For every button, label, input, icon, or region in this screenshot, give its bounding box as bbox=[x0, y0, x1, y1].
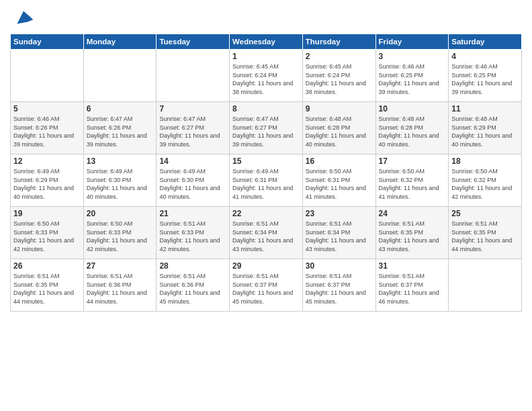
day-number: 6 bbox=[87, 104, 154, 113]
calendar-cell: 20Sunrise: 6:50 AM Sunset: 6:33 PM Dayli… bbox=[83, 207, 157, 259]
calendar-week-row: 26Sunrise: 6:51 AM Sunset: 6:35 PM Dayli… bbox=[11, 259, 522, 312]
calendar-cell: 25Sunrise: 6:51 AM Sunset: 6:35 PM Dayli… bbox=[449, 207, 522, 259]
day-number: 20 bbox=[87, 209, 154, 218]
day-info: Sunrise: 6:46 AM Sunset: 6:25 PM Dayligh… bbox=[379, 62, 446, 96]
calendar-cell: 28Sunrise: 6:51 AM Sunset: 6:36 PM Dayli… bbox=[157, 259, 230, 312]
logo-icon bbox=[13, 7, 34, 28]
calendar-cell: 5Sunrise: 6:46 AM Sunset: 6:26 PM Daylig… bbox=[11, 102, 84, 154]
day-info: Sunrise: 6:51 AM Sunset: 6:36 PM Dayligh… bbox=[159, 272, 226, 306]
col-header-thursday: Thursday bbox=[302, 34, 375, 50]
col-header-tuesday: Tuesday bbox=[157, 34, 230, 50]
day-number: 11 bbox=[451, 104, 519, 113]
calendar-cell: 10Sunrise: 6:48 AM Sunset: 6:28 PM Dayli… bbox=[375, 102, 449, 154]
day-number: 17 bbox=[379, 156, 446, 166]
calendar-cell: 12Sunrise: 6:49 AM Sunset: 6:29 PM Dayli… bbox=[11, 154, 84, 207]
day-info: Sunrise: 6:51 AM Sunset: 6:37 PM Dayligh… bbox=[379, 272, 446, 306]
calendar-cell: 7Sunrise: 6:47 AM Sunset: 6:27 PM Daylig… bbox=[157, 102, 230, 154]
calendar-cell: 6Sunrise: 6:47 AM Sunset: 6:26 PM Daylig… bbox=[83, 102, 157, 154]
calendar-cell: 8Sunrise: 6:47 AM Sunset: 6:27 PM Daylig… bbox=[230, 102, 303, 154]
calendar-week-row: 5Sunrise: 6:46 AM Sunset: 6:26 PM Daylig… bbox=[11, 102, 522, 154]
day-info: Sunrise: 6:49 AM Sunset: 6:30 PM Dayligh… bbox=[159, 167, 226, 201]
day-info: Sunrise: 6:50 AM Sunset: 6:32 PM Dayligh… bbox=[451, 167, 519, 201]
day-number: 21 bbox=[159, 209, 226, 218]
calendar-cell: 15Sunrise: 6:49 AM Sunset: 6:31 PM Dayli… bbox=[230, 154, 303, 207]
day-number: 12 bbox=[13, 156, 81, 166]
calendar-cell bbox=[11, 50, 84, 102]
calendar-cell: 18Sunrise: 6:50 AM Sunset: 6:32 PM Dayli… bbox=[449, 154, 522, 207]
day-number: 13 bbox=[87, 156, 154, 166]
col-header-saturday: Saturday bbox=[449, 34, 522, 50]
day-number: 4 bbox=[451, 52, 519, 61]
day-info: Sunrise: 6:48 AM Sunset: 6:29 PM Dayligh… bbox=[451, 115, 519, 148]
day-info: Sunrise: 6:51 AM Sunset: 6:35 PM Dayligh… bbox=[451, 220, 519, 253]
col-header-sunday: Sunday bbox=[11, 34, 84, 50]
day-info: Sunrise: 6:51 AM Sunset: 6:37 PM Dayligh… bbox=[306, 272, 373, 306]
calendar-cell: 29Sunrise: 6:51 AM Sunset: 6:37 PM Dayli… bbox=[230, 259, 303, 312]
day-info: Sunrise: 6:48 AM Sunset: 6:28 PM Dayligh… bbox=[379, 115, 446, 148]
day-info: Sunrise: 6:47 AM Sunset: 6:27 PM Dayligh… bbox=[159, 115, 226, 148]
calendar-cell: 1Sunrise: 6:45 AM Sunset: 6:24 PM Daylig… bbox=[230, 50, 303, 102]
day-info: Sunrise: 6:46 AM Sunset: 6:25 PM Dayligh… bbox=[451, 62, 519, 96]
day-info: Sunrise: 6:46 AM Sunset: 6:26 PM Dayligh… bbox=[13, 115, 81, 148]
day-info: Sunrise: 6:48 AM Sunset: 6:28 PM Dayligh… bbox=[306, 115, 373, 148]
day-number: 3 bbox=[379, 52, 446, 61]
day-info: Sunrise: 6:49 AM Sunset: 6:31 PM Dayligh… bbox=[232, 167, 300, 201]
calendar-cell: 11Sunrise: 6:48 AM Sunset: 6:29 PM Dayli… bbox=[449, 102, 522, 154]
day-number: 24 bbox=[379, 209, 446, 218]
day-info: Sunrise: 6:51 AM Sunset: 6:34 PM Dayligh… bbox=[306, 220, 373, 253]
day-info: Sunrise: 6:45 AM Sunset: 6:24 PM Dayligh… bbox=[232, 62, 300, 96]
header bbox=[10, 7, 522, 28]
col-header-friday: Friday bbox=[375, 34, 449, 50]
calendar-cell: 4Sunrise: 6:46 AM Sunset: 6:25 PM Daylig… bbox=[449, 50, 522, 102]
day-number: 2 bbox=[306, 52, 373, 61]
logo bbox=[10, 7, 34, 28]
day-info: Sunrise: 6:49 AM Sunset: 6:30 PM Dayligh… bbox=[87, 167, 154, 201]
day-number: 9 bbox=[306, 104, 373, 113]
day-info: Sunrise: 6:51 AM Sunset: 6:35 PM Dayligh… bbox=[13, 272, 81, 306]
day-number: 5 bbox=[13, 104, 81, 113]
calendar-cell: 21Sunrise: 6:51 AM Sunset: 6:33 PM Dayli… bbox=[157, 207, 230, 259]
calendar-cell bbox=[83, 50, 157, 102]
calendar-cell bbox=[157, 50, 230, 102]
day-number: 23 bbox=[306, 209, 373, 218]
calendar-cell bbox=[449, 259, 522, 312]
day-info: Sunrise: 6:50 AM Sunset: 6:33 PM Dayligh… bbox=[87, 220, 154, 253]
day-number: 18 bbox=[451, 156, 519, 166]
day-number: 19 bbox=[13, 209, 81, 218]
day-number: 7 bbox=[159, 104, 226, 113]
day-info: Sunrise: 6:50 AM Sunset: 6:31 PM Dayligh… bbox=[306, 167, 373, 201]
day-number: 1 bbox=[232, 52, 300, 61]
calendar-cell: 17Sunrise: 6:50 AM Sunset: 6:32 PM Dayli… bbox=[375, 154, 449, 207]
calendar-cell: 26Sunrise: 6:51 AM Sunset: 6:35 PM Dayli… bbox=[11, 259, 84, 312]
calendar-cell: 14Sunrise: 6:49 AM Sunset: 6:30 PM Dayli… bbox=[157, 154, 230, 207]
calendar-table: SundayMondayTuesdayWednesdayThursdayFrid… bbox=[10, 34, 522, 312]
day-info: Sunrise: 6:47 AM Sunset: 6:26 PM Dayligh… bbox=[87, 115, 154, 148]
calendar-week-row: 12Sunrise: 6:49 AM Sunset: 6:29 PM Dayli… bbox=[11, 154, 522, 207]
day-number: 10 bbox=[379, 104, 446, 113]
day-info: Sunrise: 6:51 AM Sunset: 6:34 PM Dayligh… bbox=[232, 220, 300, 253]
calendar-cell: 27Sunrise: 6:51 AM Sunset: 6:36 PM Dayli… bbox=[83, 259, 157, 312]
calendar-week-row: 1Sunrise: 6:45 AM Sunset: 6:24 PM Daylig… bbox=[11, 50, 522, 102]
col-header-monday: Monday bbox=[83, 34, 157, 50]
calendar-cell: 2Sunrise: 6:45 AM Sunset: 6:24 PM Daylig… bbox=[302, 50, 375, 102]
calendar-cell: 30Sunrise: 6:51 AM Sunset: 6:37 PM Dayli… bbox=[302, 259, 375, 312]
day-info: Sunrise: 6:51 AM Sunset: 6:35 PM Dayligh… bbox=[379, 220, 446, 253]
day-info: Sunrise: 6:47 AM Sunset: 6:27 PM Dayligh… bbox=[232, 115, 300, 148]
day-info: Sunrise: 6:51 AM Sunset: 6:36 PM Dayligh… bbox=[87, 272, 154, 306]
day-number: 16 bbox=[306, 156, 373, 166]
col-header-wednesday: Wednesday bbox=[230, 34, 303, 50]
day-number: 31 bbox=[379, 261, 446, 271]
day-number: 22 bbox=[232, 209, 300, 218]
calendar-cell: 16Sunrise: 6:50 AM Sunset: 6:31 PM Dayli… bbox=[302, 154, 375, 207]
day-number: 27 bbox=[87, 261, 154, 271]
day-number: 29 bbox=[232, 261, 300, 271]
page-container: SundayMondayTuesdayWednesdayThursdayFrid… bbox=[0, 0, 532, 411]
day-info: Sunrise: 6:51 AM Sunset: 6:33 PM Dayligh… bbox=[159, 220, 226, 253]
day-info: Sunrise: 6:45 AM Sunset: 6:24 PM Dayligh… bbox=[306, 62, 373, 96]
calendar-cell: 23Sunrise: 6:51 AM Sunset: 6:34 PM Dayli… bbox=[302, 207, 375, 259]
day-number: 14 bbox=[159, 156, 226, 166]
calendar-cell: 31Sunrise: 6:51 AM Sunset: 6:37 PM Dayli… bbox=[375, 259, 449, 312]
calendar-cell: 22Sunrise: 6:51 AM Sunset: 6:34 PM Dayli… bbox=[230, 207, 303, 259]
calendar-header-row: SundayMondayTuesdayWednesdayThursdayFrid… bbox=[11, 34, 522, 50]
calendar-cell: 9Sunrise: 6:48 AM Sunset: 6:28 PM Daylig… bbox=[302, 102, 375, 154]
